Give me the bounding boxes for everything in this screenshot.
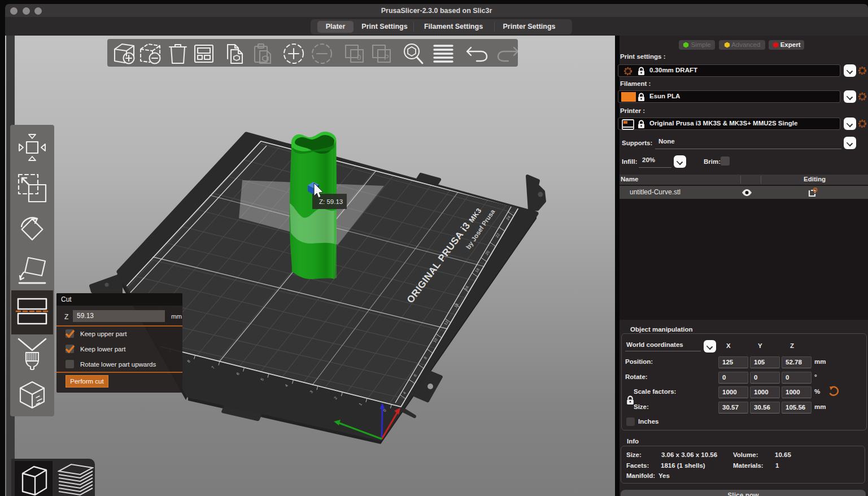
svg-text:0: 0 xyxy=(357,53,361,62)
svg-text:P: P xyxy=(384,53,389,62)
svg-text:Z: 59.13: Z: 59.13 xyxy=(319,198,343,205)
